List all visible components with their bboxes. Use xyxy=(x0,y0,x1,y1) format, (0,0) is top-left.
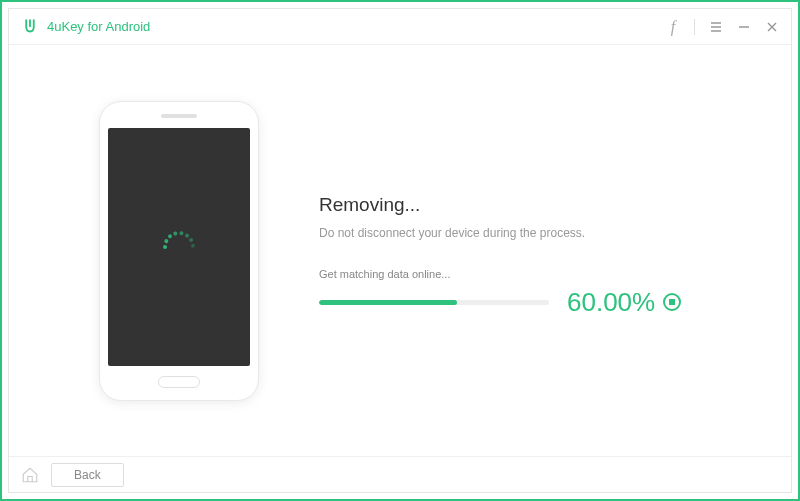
facebook-icon[interactable]: f xyxy=(666,20,680,34)
close-icon[interactable] xyxy=(765,20,779,34)
progress-subtitle: Do not disconnect your device during the… xyxy=(319,226,741,240)
inner-container: 4uKey for Android f xyxy=(8,8,792,493)
titlebar: 4uKey for Android f xyxy=(9,9,791,45)
progress-section: Removing... Do not disconnect your devic… xyxy=(259,184,741,318)
progress-percent: 60.00% xyxy=(567,287,681,318)
progress-percent-text: 60.00% xyxy=(567,287,655,318)
app-title: 4uKey for Android xyxy=(47,19,150,34)
phone-mockup xyxy=(99,101,259,401)
main-content: Removing... Do not disconnect your devic… xyxy=(9,45,791,456)
divider xyxy=(694,19,695,35)
titlebar-actions: f xyxy=(666,19,779,35)
progress-bar xyxy=(319,300,549,305)
loading-spinner-icon xyxy=(161,229,197,265)
progress-fill xyxy=(319,300,457,305)
phone-speaker xyxy=(161,114,197,118)
phone-screen xyxy=(108,128,250,366)
footer: Back xyxy=(9,456,791,492)
progress-status: Get matching data online... xyxy=(319,268,741,280)
progress-row: 60.00% xyxy=(319,287,741,318)
back-button[interactable]: Back xyxy=(51,463,124,487)
app-logo-icon xyxy=(21,18,39,36)
minimize-icon[interactable] xyxy=(737,20,751,34)
home-icon[interactable] xyxy=(21,466,39,484)
phone-home-button xyxy=(158,376,200,388)
progress-title: Removing... xyxy=(319,194,741,216)
menu-icon[interactable] xyxy=(709,20,723,34)
stop-icon[interactable] xyxy=(663,293,681,311)
app-window: 4uKey for Android f xyxy=(0,0,800,501)
